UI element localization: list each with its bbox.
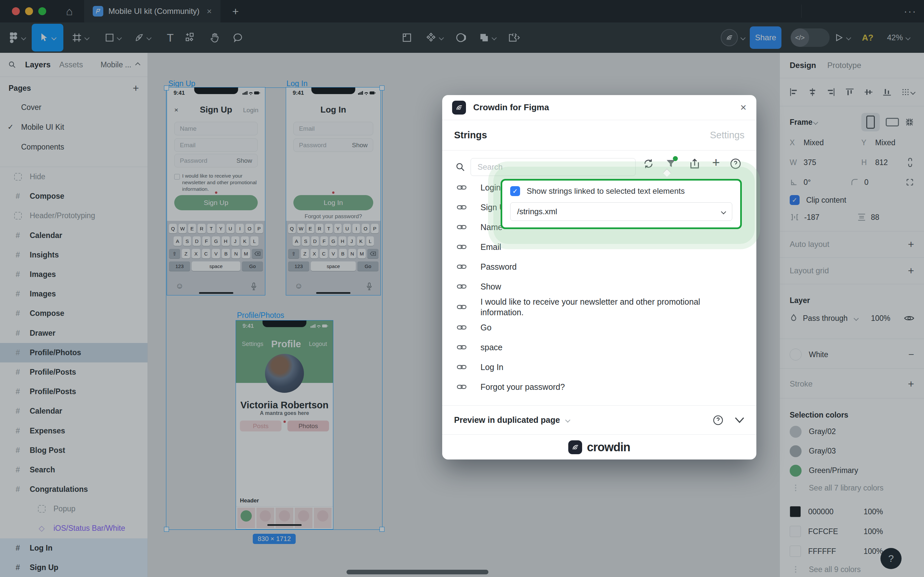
crowdin-icon bbox=[568, 440, 582, 454]
link-icon bbox=[457, 202, 467, 212]
string-row[interactable]: Show bbox=[442, 277, 757, 297]
crowdin-brand: crowdin bbox=[442, 434, 757, 459]
crowdin-icon bbox=[452, 101, 466, 114]
crowdin-plugin-modal: Crowdin for Figma × Strings Settings + bbox=[442, 95, 757, 459]
string-row[interactable]: I would like to receive your newsletter … bbox=[442, 297, 757, 318]
show-linked-label: Show strings linked to selected text ele… bbox=[527, 187, 685, 196]
string-text: Go bbox=[480, 322, 491, 333]
string-text: Log In bbox=[480, 362, 504, 372]
string-text: Show bbox=[480, 281, 501, 292]
tab-settings[interactable]: Settings bbox=[710, 130, 744, 140]
modal-title: Crowdin for Figma bbox=[473, 102, 549, 113]
file-dropdown[interactable]: /strings.xml bbox=[510, 202, 732, 221]
filter-active-dot bbox=[673, 156, 678, 161]
help-icon[interactable] bbox=[713, 415, 723, 425]
string-row[interactable]: Password bbox=[442, 257, 757, 277]
link-icon bbox=[457, 282, 467, 292]
link-icon bbox=[457, 242, 467, 252]
modal-tabs: Strings Settings bbox=[442, 120, 757, 150]
string-text: I would like to receive your newsletter … bbox=[480, 297, 725, 318]
link-icon bbox=[457, 302, 467, 312]
crowdin-wordmark: crowdin bbox=[587, 440, 630, 454]
string-row[interactable]: Log In bbox=[442, 357, 757, 377]
string-row[interactable]: Forgot your password? bbox=[442, 377, 757, 397]
search-icon bbox=[456, 162, 465, 172]
figma-app: ⌂ Mobile UI kit (Community) × + ··· bbox=[0, 0, 924, 577]
file-dropdown-value: /strings.xml bbox=[517, 207, 557, 216]
string-text: Email bbox=[480, 242, 501, 252]
chevron-down-icon bbox=[721, 209, 726, 214]
link-icon bbox=[457, 362, 467, 372]
preview-button[interactable]: Preview in duplicated page bbox=[454, 415, 570, 425]
collapse-icon[interactable] bbox=[734, 417, 744, 424]
show-linked-checkbox[interactable]: ✓ bbox=[510, 186, 520, 196]
string-text: Password bbox=[480, 261, 517, 272]
modal-header: Crowdin for Figma × bbox=[442, 95, 757, 120]
link-icon bbox=[457, 342, 467, 352]
link-icon bbox=[457, 182, 467, 192]
link-icon bbox=[457, 322, 467, 332]
link-icon bbox=[457, 222, 467, 232]
close-icon[interactable]: × bbox=[740, 102, 747, 114]
modal-footer: Preview in duplicated page bbox=[442, 405, 757, 434]
string-row[interactable]: space bbox=[442, 337, 757, 357]
string-text: space bbox=[480, 342, 502, 353]
string-text: Forgot your password? bbox=[480, 382, 565, 392]
linked-strings-tooltip: ✓ Show strings linked to selected text e… bbox=[501, 179, 742, 229]
link-icon bbox=[457, 262, 467, 272]
string-row[interactable]: Go bbox=[442, 318, 757, 337]
link-icon bbox=[457, 382, 467, 392]
tab-strings[interactable]: Strings bbox=[454, 130, 487, 140]
